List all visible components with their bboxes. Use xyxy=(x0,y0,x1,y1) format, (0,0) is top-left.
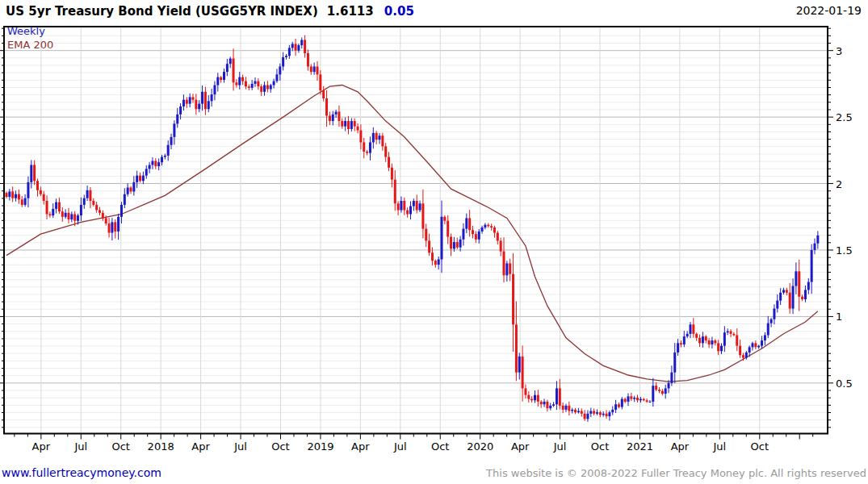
candle-body xyxy=(611,410,614,412)
candle-body xyxy=(238,77,241,86)
candle-body xyxy=(201,92,203,104)
candle-body xyxy=(816,236,819,244)
candle-body xyxy=(406,211,409,215)
candle-body xyxy=(537,395,539,402)
candle-body xyxy=(468,218,471,230)
candle-body xyxy=(226,64,229,72)
candle-body xyxy=(248,86,250,88)
candle-body xyxy=(680,343,682,344)
candle-body xyxy=(257,81,259,87)
candle-body xyxy=(773,309,775,319)
candle-body xyxy=(568,406,570,411)
candle-body xyxy=(216,77,219,86)
candle-body xyxy=(170,137,173,145)
candle-body xyxy=(589,411,592,413)
candle-body xyxy=(127,187,129,194)
candle-body xyxy=(708,340,711,344)
y-axis-label: 1 xyxy=(836,311,842,323)
candle-body xyxy=(586,414,589,419)
candle-body xyxy=(58,202,61,212)
legend-ema-200: EMA 200 xyxy=(7,39,53,51)
candle-body xyxy=(220,77,222,80)
candle-body xyxy=(335,112,338,115)
candle-body xyxy=(534,395,536,401)
candle-body xyxy=(652,386,654,402)
candle-body xyxy=(145,169,148,175)
copyright-text: This website is © 2008-2022 Fuller Treac… xyxy=(486,467,866,479)
candle-body xyxy=(639,399,642,401)
candle-body xyxy=(421,203,424,228)
candle-body xyxy=(400,201,402,211)
candle-body xyxy=(375,133,378,140)
candle-body xyxy=(363,142,365,152)
candle-body xyxy=(661,391,664,394)
candle-body xyxy=(556,388,558,404)
candle-body xyxy=(764,335,766,340)
x-axis-label: Apr xyxy=(351,440,370,453)
candle-body xyxy=(814,244,816,250)
candle-body xyxy=(89,190,91,201)
candle-body xyxy=(443,217,446,221)
candle-body xyxy=(266,86,269,90)
candle-body xyxy=(307,53,309,66)
candle-body xyxy=(77,215,79,221)
candle-body xyxy=(176,115,178,124)
candle-body xyxy=(254,81,257,84)
candle-body xyxy=(366,152,368,153)
candle-body xyxy=(55,202,57,209)
candle-body xyxy=(577,411,580,412)
candle-body xyxy=(300,40,303,45)
candle-body xyxy=(384,146,387,156)
candle-body xyxy=(608,412,610,416)
candle-body xyxy=(251,84,254,88)
candle-body xyxy=(484,225,486,227)
candle-body xyxy=(167,145,170,156)
candle-body xyxy=(811,250,813,282)
candle-body xyxy=(522,357,524,389)
candle-body xyxy=(475,234,477,240)
candle-body xyxy=(730,332,732,334)
candle-body xyxy=(208,101,210,109)
candle-body xyxy=(263,86,266,92)
candle-body xyxy=(627,396,630,402)
candle-body xyxy=(581,411,583,413)
candle-body xyxy=(742,355,744,357)
candle-body xyxy=(416,201,418,211)
x-axis-label: Apr xyxy=(32,440,51,453)
candle-body xyxy=(549,406,551,408)
candle-body xyxy=(515,324,518,372)
candle-body xyxy=(322,90,325,98)
candle-body xyxy=(789,293,791,309)
candle-body xyxy=(792,286,795,308)
candle-body xyxy=(245,81,247,87)
candle-body xyxy=(487,225,489,227)
chart-header: US 5yr Treasury Bond Yield (USGG5YR INDE… xyxy=(6,3,864,23)
candle-body xyxy=(186,100,188,104)
candle-body xyxy=(36,181,39,190)
candle-body xyxy=(61,211,64,217)
candle-body xyxy=(332,115,334,121)
x-axis-label: Jul xyxy=(394,440,407,453)
candle-body xyxy=(350,121,353,129)
candle-body xyxy=(524,388,526,394)
candle-body xyxy=(630,396,632,398)
candle-body xyxy=(493,227,496,233)
candle-body xyxy=(288,48,291,56)
candle-body xyxy=(530,399,533,401)
candle-body xyxy=(692,324,694,334)
chart-title: US 5yr Treasury Bond Yield (USGG5YR INDE… xyxy=(6,4,318,19)
candle-body xyxy=(149,165,151,169)
candle-body xyxy=(173,123,175,136)
candle-body xyxy=(46,201,48,214)
candle-body xyxy=(83,198,86,205)
candle-body xyxy=(65,213,67,217)
candle-body xyxy=(369,142,371,152)
candle-body xyxy=(114,222,116,232)
candle-body xyxy=(450,236,452,248)
site-url-link[interactable]: www.fullertreacymoney.com xyxy=(2,466,161,479)
candle-body xyxy=(807,282,810,290)
candle-body xyxy=(313,66,316,72)
candle-body xyxy=(621,399,623,407)
candle-body xyxy=(73,214,76,220)
chart-page: US 5yr Treasury Bond Yield (USGG5YR INDE… xyxy=(0,0,868,484)
